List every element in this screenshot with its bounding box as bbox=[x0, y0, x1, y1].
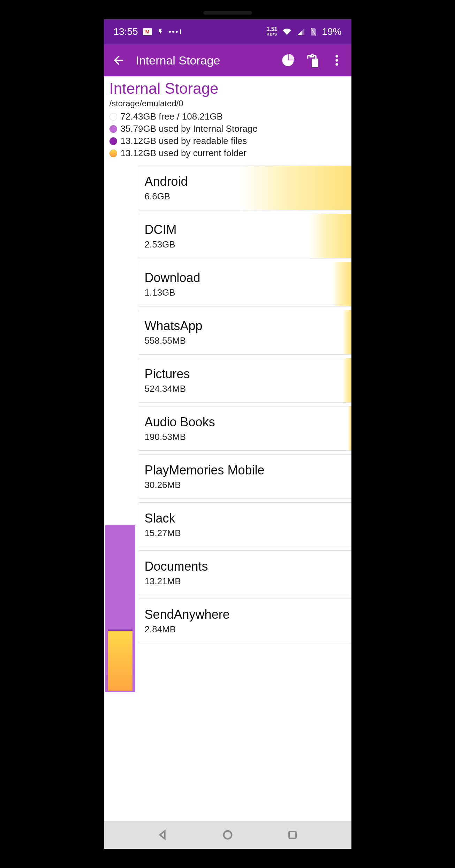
back-arrow-icon bbox=[112, 53, 126, 67]
folder-size: 190.53MB bbox=[145, 432, 346, 442]
folder-item[interactable]: PlayMemories Mobile30.26MB bbox=[139, 454, 351, 499]
folder-size: 6.6GB bbox=[145, 191, 346, 202]
folder-item[interactable]: Download1.13GB bbox=[139, 262, 351, 306]
storage-header: Internal Storage /storage/emulated/0 72.… bbox=[104, 76, 351, 166]
legend-text: 35.79GB used by Internal Storage bbox=[121, 123, 258, 134]
folder-name: Android bbox=[145, 174, 346, 189]
app-bar-title: Internal Storage bbox=[136, 54, 271, 67]
folder-name: PlayMemories Mobile bbox=[145, 463, 346, 478]
usage-bar-outer bbox=[105, 525, 135, 692]
nav-home-button[interactable] bbox=[222, 829, 234, 841]
folder-size: 15.27MB bbox=[145, 528, 346, 539]
folder-size: 2.84MB bbox=[145, 624, 346, 635]
folder-name: WhatsApp bbox=[145, 319, 346, 333]
folder-name: SendAnywhere bbox=[145, 607, 346, 622]
svg-point-2 bbox=[335, 59, 338, 61]
folder-name: DCIM bbox=[145, 222, 346, 237]
clipboard-paste-icon bbox=[305, 53, 319, 67]
chart-button[interactable] bbox=[281, 53, 295, 67]
speed-value: 1.51 bbox=[266, 26, 277, 32]
navigation-bar bbox=[104, 821, 351, 849]
folder-size: 13.21MB bbox=[145, 576, 346, 587]
svg-point-1 bbox=[335, 55, 338, 58]
more-status-icon bbox=[169, 29, 181, 34]
signal-icon bbox=[297, 28, 305, 36]
status-bar: 13:55 1.51 KB/S 19% bbox=[104, 19, 351, 44]
folder-name: Documents bbox=[145, 559, 346, 574]
folder-item[interactable]: Pictures524.34MB bbox=[139, 358, 351, 403]
phone-frame: 13:55 1.51 KB/S 19% Internal Storage bbox=[85, 0, 371, 868]
folder-size: 524.34MB bbox=[145, 383, 346, 394]
overflow-button[interactable] bbox=[330, 53, 344, 67]
svg-rect-5 bbox=[289, 831, 296, 838]
nav-recent-icon bbox=[287, 829, 298, 841]
folder-item[interactable]: WhatsApp558.55MB bbox=[139, 310, 351, 355]
legend-row: 35.79GB used by Internal Storage bbox=[109, 123, 346, 134]
legend-dot bbox=[109, 137, 117, 145]
usage-bar-column bbox=[104, 166, 139, 692]
status-time: 13:55 bbox=[114, 26, 138, 37]
folder-size: 2.53GB bbox=[145, 239, 346, 250]
legend-row: 72.43GB free / 108.21GB bbox=[109, 111, 346, 122]
legend-text: 13.12GB used by readable files bbox=[121, 136, 247, 146]
nav-back-button[interactable] bbox=[157, 829, 169, 841]
usage-bar-inner bbox=[108, 630, 132, 691]
folder-item[interactable]: Documents13.21MB bbox=[139, 550, 351, 595]
clipboard-button[interactable] bbox=[305, 53, 319, 67]
phone-speaker bbox=[203, 11, 252, 15]
legend-row: 13.12GB used by current folder bbox=[109, 148, 346, 159]
folder-item[interactable]: Audio Books190.53MB bbox=[139, 406, 351, 451]
sim-icon bbox=[310, 27, 317, 36]
svg-point-4 bbox=[223, 831, 232, 839]
legend-dot bbox=[109, 125, 117, 133]
nav-recent-button[interactable] bbox=[287, 829, 298, 841]
gmail-icon bbox=[143, 28, 152, 35]
folder-size: 558.55MB bbox=[145, 335, 346, 346]
folder-name: Audio Books bbox=[145, 415, 346, 429]
folder-item[interactable]: SendAnywhere2.84MB bbox=[139, 599, 351, 643]
battery-percent: 19% bbox=[322, 26, 341, 37]
lightning-icon bbox=[157, 28, 164, 36]
main-area: Android6.6GBDCIM2.53GBDownload1.13GBWhat… bbox=[104, 166, 351, 692]
folder-item[interactable]: DCIM2.53GB bbox=[139, 214, 351, 258]
legend-text: 13.12GB used by current folder bbox=[121, 148, 247, 159]
status-right: 1.51 KB/S 19% bbox=[266, 26, 341, 37]
network-speed: 1.51 KB/S bbox=[266, 27, 277, 37]
legend-dot bbox=[109, 113, 117, 121]
content-area: Internal Storage /storage/emulated/0 72.… bbox=[104, 76, 351, 821]
storage-legend: 72.43GB free / 108.21GB35.79GB used by I… bbox=[109, 111, 346, 159]
screen: 13:55 1.51 KB/S 19% Internal Storage bbox=[104, 19, 351, 849]
folder-item[interactable]: Slack15.27MB bbox=[139, 502, 351, 547]
storage-path: /storage/emulated/0 bbox=[109, 99, 346, 108]
folder-name: Pictures bbox=[145, 367, 346, 381]
more-vert-icon bbox=[330, 53, 344, 67]
status-left: 13:55 bbox=[114, 26, 181, 37]
legend-dot bbox=[109, 150, 117, 157]
speed-unit: KB/S bbox=[266, 32, 277, 37]
folder-size: 1.13GB bbox=[145, 287, 346, 298]
pie-chart-icon bbox=[281, 53, 295, 67]
legend-text: 72.43GB free / 108.21GB bbox=[121, 111, 223, 122]
nav-home-icon bbox=[222, 829, 234, 841]
folder-name: Slack bbox=[145, 511, 346, 526]
legend-row: 13.12GB used by readable files bbox=[109, 136, 346, 146]
folder-size: 30.26MB bbox=[145, 480, 346, 490]
svg-point-3 bbox=[335, 63, 338, 66]
storage-title: Internal Storage bbox=[109, 80, 346, 97]
folder-item[interactable]: Android6.6GB bbox=[139, 166, 351, 210]
folder-fill-bar bbox=[348, 406, 351, 450]
back-button[interactable] bbox=[112, 53, 126, 67]
app-bar: Internal Storage bbox=[104, 44, 351, 76]
wifi-icon bbox=[282, 28, 292, 36]
folder-name: Download bbox=[145, 271, 346, 285]
nav-back-icon bbox=[157, 829, 169, 841]
folder-list[interactable]: Android6.6GBDCIM2.53GBDownload1.13GBWhat… bbox=[139, 166, 351, 692]
